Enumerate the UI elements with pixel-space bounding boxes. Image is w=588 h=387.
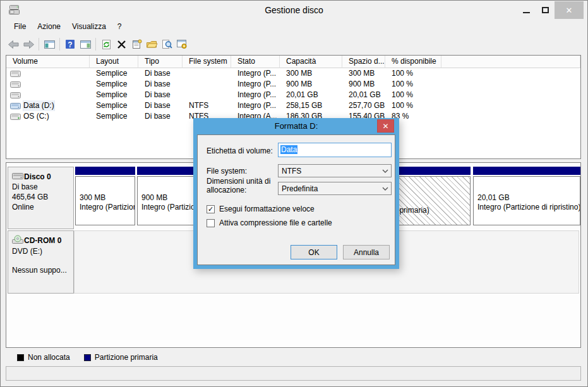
maximize-icon [542, 7, 549, 13]
disk-size: 465,64 GB [12, 192, 69, 202]
menu-file[interactable]: File [8, 20, 32, 33]
partition-300mb[interactable]: 300 MB Integro (Partizione primaria) [75, 167, 135, 227]
drive-icon [10, 81, 21, 88]
cdrom-name: CD-ROM 0 [24, 235, 61, 246]
menu-help[interactable]: ? [112, 20, 128, 33]
close-icon: ✕ [566, 6, 573, 15]
compression-checkbox-row[interactable]: Attiva compressione file e cartelle [207, 218, 332, 227]
minimize-icon [523, 12, 530, 13]
partition-size: 20,01 GB [477, 193, 580, 203]
cdrom-drive-letter: DVD (E:) [12, 246, 69, 256]
cell-spazio: 20,01 GB [342, 90, 385, 100]
dialog-body: Etichetta di volume: Data File system: N… [197, 134, 395, 265]
help-button[interactable]: ? [63, 37, 78, 52]
cell-capacita: 900 MB [280, 79, 342, 90]
partition-recovery[interactable]: 20,01 GB Integro (Partizione di ripristi… [473, 167, 580, 227]
toolbar-separator [95, 38, 96, 51]
check-icon: ✓ [208, 205, 213, 213]
file-system-select[interactable]: NTFS [278, 164, 392, 177]
minimize-button[interactable] [517, 1, 536, 19]
table-row[interactable]: Semplice Di base Integro (P... 300 MB 30… [6, 68, 580, 79]
drive-icon [10, 103, 21, 109]
forward-button[interactable] [21, 37, 36, 52]
partition-900mb[interactable]: 900 MB Integro (Partizione primaria) [137, 167, 198, 227]
cell-file-system [183, 68, 231, 79]
refresh-icon [101, 39, 112, 50]
drive-icon [10, 71, 21, 77]
menu-bar: File Azione Visualizza ? [1, 20, 587, 33]
ok-button[interactable]: OK [291, 245, 337, 259]
settings-icon [176, 39, 188, 49]
cell-layout: Semplice [90, 68, 138, 79]
action-pane-icon [80, 40, 92, 49]
menu-visualizza[interactable]: Visualizza [66, 20, 112, 33]
delete-button[interactable] [114, 37, 129, 52]
cell-disponibile: 100 % [385, 90, 441, 100]
allocation-value: Predefinita [279, 184, 380, 193]
menu-azione[interactable]: Azione [32, 20, 66, 33]
primary-partition-strip [137, 167, 198, 175]
disk-type: Di base [12, 182, 69, 192]
cdrom-label-cell[interactable]: CD-ROM 0 DVD (E:) Nessun suppo... [8, 230, 74, 294]
cell-stato: Integro (P... [231, 79, 280, 90]
refresh-button[interactable] [99, 37, 114, 52]
open-folder-icon [146, 40, 158, 49]
table-row-selected[interactable]: Data (D:) Semplice Di base NTFS Integro … [6, 100, 580, 111]
quick-format-label: Esegui formattazione veloce [219, 205, 315, 213]
column-header-capacita[interactable]: Capacità [280, 56, 342, 68]
checkbox-checked[interactable]: ✓ [207, 205, 215, 213]
cell-layout: Semplice [90, 111, 138, 122]
close-button[interactable]: ✕ [555, 1, 584, 19]
disk0-label-cell[interactable]: Disco 0 Di base 465,64 GB Online [8, 167, 74, 229]
cell-layout: Semplice [90, 79, 138, 90]
compression-label: Attiva compressione file e cartelle [219, 218, 332, 227]
show-action-pane-button[interactable] [78, 37, 93, 52]
primary-partition-strip [75, 167, 135, 175]
maximize-button[interactable] [536, 1, 555, 19]
allocation-unit-select[interactable]: Predefinita [278, 182, 392, 195]
table-row[interactable]: Semplice Di base Integro (P... 20,01 GB … [6, 90, 580, 100]
volume-name: OS (C:) [23, 111, 49, 122]
back-button[interactable] [6, 37, 21, 52]
dialog-close-button[interactable]: ✕ [377, 119, 394, 133]
column-header-spazio[interactable]: Spazio d... [342, 56, 385, 68]
back-icon [8, 40, 20, 49]
volume-table-header: Volume Layout Tipo File system Stato Cap… [6, 56, 580, 68]
column-header-stato[interactable]: Stato [231, 56, 280, 68]
column-header-file-system[interactable]: File system [183, 56, 231, 68]
column-header-volume[interactable]: Volume [6, 56, 90, 68]
disk-status: Online [12, 202, 69, 212]
show-console-tree-button[interactable] [42, 37, 57, 52]
console-tree-icon [44, 40, 56, 49]
cell-capacita: 258,15 GB [280, 100, 342, 111]
cell-layout: Semplice [90, 90, 138, 100]
help-icon: ? [65, 39, 75, 49]
cell-stato: Integro (P... [231, 90, 280, 100]
legend-label: Partizione primaria [95, 353, 158, 362]
partition-status: Integro (Partizione di ripristino) [477, 203, 580, 212]
cell-disponibile: 100 % [385, 79, 441, 90]
checkbox-unchecked[interactable] [207, 219, 215, 227]
properties-icon [131, 39, 142, 49]
cell-spazio: 900 MB [342, 79, 385, 90]
volume-label-input[interactable]: Data [278, 143, 392, 157]
cancel-button[interactable]: Annulla [343, 245, 390, 259]
status-bar [6, 366, 581, 381]
cell-disponibile: 100 % [385, 100, 441, 111]
settings-button[interactable] [174, 37, 189, 52]
column-header-disponibile[interactable]: % disponibile [385, 56, 441, 68]
volume-label-field-label: Etichetta di volume: [207, 146, 273, 155]
cdrom-icon [12, 235, 23, 246]
column-header-tipo[interactable]: Tipo [138, 56, 183, 68]
file-system-field-label: File system: [207, 167, 247, 176]
quick-format-checkbox-row[interactable]: ✓ Esegui formattazione veloce [207, 205, 315, 213]
cell-stato: Integro (P... [231, 68, 280, 79]
delete-icon [117, 40, 126, 49]
open-folder-button[interactable] [144, 37, 159, 52]
properties-button[interactable] [129, 37, 144, 52]
table-row[interactable]: Semplice Di base Integro (P... 900 MB 90… [6, 79, 580, 90]
column-header-layout[interactable]: Layout [90, 56, 138, 68]
toolbar-separator [39, 38, 39, 51]
dialog-title-bar[interactable]: Formatta D: ✕ [193, 118, 399, 134]
find-button[interactable] [159, 37, 174, 52]
